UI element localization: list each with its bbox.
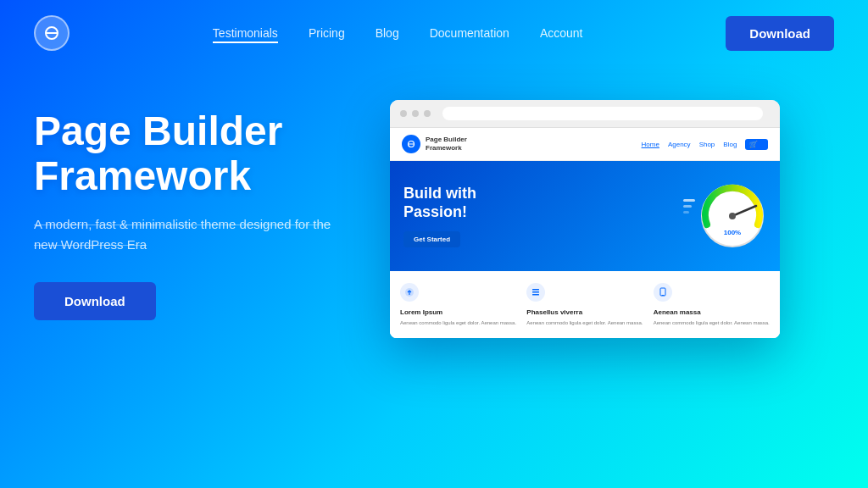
hero-section: Page Builder Framework A modern, fast & … — [0, 66, 868, 338]
inner-logo: Page Builder Framework — [402, 135, 467, 153]
logo-icon — [34, 15, 70, 51]
inner-nav-home: Home — [642, 141, 659, 148]
browser-dot-3 — [424, 110, 431, 117]
inner-nav-agency: Agency — [668, 141, 691, 148]
inner-nav-blog: Blog — [723, 141, 737, 148]
nav-link-account[interactable]: Account — [540, 26, 583, 40]
inner-navbar: Page Builder Framework Home Agency Shop … — [390, 128, 780, 161]
svg-text:100%: 100% — [724, 229, 741, 236]
svg-rect-10 — [532, 289, 539, 291]
inner-features: Lorem Ipsum Aenean commodo ligula eget d… — [390, 271, 780, 338]
inner-nav-shop: Shop — [699, 141, 715, 148]
inner-logo-icon — [402, 135, 420, 153]
browser-dot-1 — [400, 110, 407, 117]
inner-hero-title: Build with Passion! — [403, 185, 476, 221]
inner-logo-text: Page Builder Framework — [426, 136, 467, 152]
navbar: Testimonials Pricing Blog Documentation … — [0, 0, 868, 66]
inner-hero-text: Build with Passion! Get Started — [403, 185, 476, 247]
svg-rect-12 — [532, 294, 539, 296]
browser-dot-2 — [412, 110, 419, 117]
hero-title: Page Builder Framework — [34, 109, 356, 199]
hero-description: A modern, fast & minimalistic theme desi… — [34, 214, 356, 255]
hero-download-button[interactable]: Download — [34, 282, 156, 320]
feature-icon-wrap-2 — [526, 283, 545, 302]
browser-bar — [390, 100, 780, 128]
inner-nav-links: Home Agency Shop Blog 🛒 0 — [642, 139, 768, 150]
feature-title-3: Aenean massa — [654, 308, 770, 316]
browser-mockup: Page Builder Framework Home Agency Shop … — [390, 100, 780, 338]
feature-desc-3: Aenean commodo ligula eget dolor. Aenean… — [654, 319, 770, 326]
svg-rect-11 — [532, 291, 539, 293]
svg-point-6 — [729, 213, 736, 219]
nav-link-testimonials[interactable]: Testimonials — [213, 26, 278, 43]
feature-icon-wrap-3 — [654, 283, 672, 302]
nav-link-pricing[interactable]: Pricing — [309, 26, 345, 40]
logo — [34, 15, 70, 51]
feature-item-3: Aenean massa Aenean commodo ligula eget … — [654, 283, 770, 326]
feature-item-1: Lorem Ipsum Aenean commodo ligula eget d… — [400, 283, 516, 326]
feature-desc-1: Aenean commodo ligula eget dolor. Aenean… — [400, 319, 516, 326]
svg-rect-13 — [660, 288, 665, 296]
feature-title-1: Lorem Ipsum — [400, 308, 516, 316]
inner-site: Page Builder Framework Home Agency Shop … — [390, 128, 780, 338]
nav-link-documentation[interactable]: Documentation — [430, 26, 509, 40]
inner-cart: 🛒 0 — [745, 139, 768, 150]
nav-download-button[interactable]: Download — [726, 16, 834, 51]
feature-item-2: Phasellus viverra Aenean commodo ligula … — [526, 283, 643, 326]
speedometer: 100% — [698, 182, 766, 250]
inner-get-started-button[interactable]: Get Started — [403, 231, 460, 247]
nav-links: Testimonials Pricing Blog Documentation … — [213, 25, 583, 41]
browser-url-bar — [442, 107, 763, 120]
feature-desc-2: Aenean commodo ligula eget dolor. Aenean… — [526, 319, 643, 326]
nav-link-blog[interactable]: Blog — [376, 26, 399, 40]
feature-title-2: Phasellus viverra — [526, 308, 643, 316]
svg-rect-14 — [661, 295, 664, 296]
feature-icon-wrap-1 — [400, 283, 419, 302]
hero-text: Page Builder Framework A modern, fast & … — [34, 109, 356, 320]
inner-hero: Build with Passion! Get Started — [390, 161, 780, 271]
